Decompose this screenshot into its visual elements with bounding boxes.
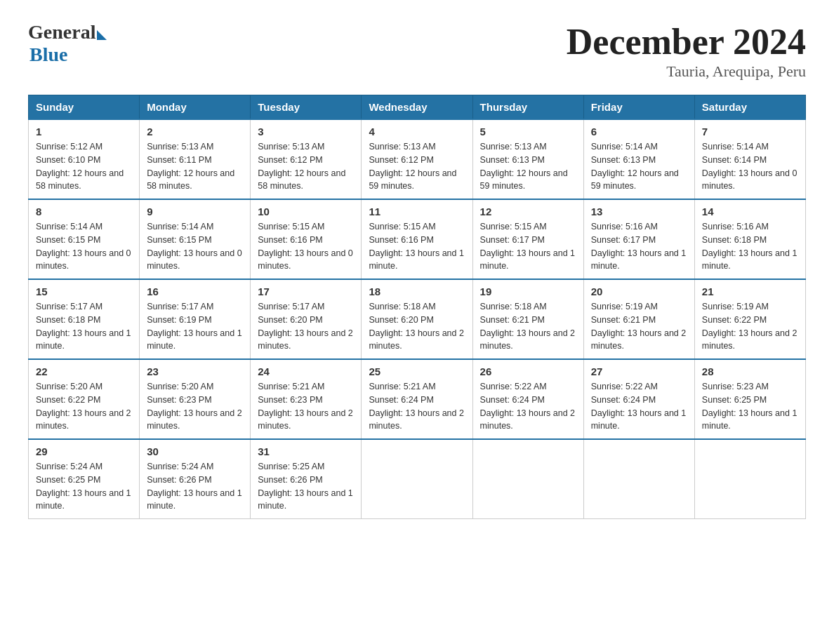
sunrise-label: Sunrise: 5:14 AM <box>702 142 769 152</box>
day-number: 8 <box>36 206 132 217</box>
day-number: 20 <box>591 286 687 297</box>
calendar-header: SundayMondayTuesdayWednesdayThursdayFrid… <box>29 95 806 120</box>
calendar-cell: 19 Sunrise: 5:18 AM Sunset: 6:21 PM Dayl… <box>472 279 583 359</box>
sunrise-label: Sunrise: 5:14 AM <box>591 142 658 152</box>
daylight-label: Daylight: 13 hours and 2 minutes. <box>480 328 576 351</box>
day-number: 24 <box>258 365 354 377</box>
day-info: Sunrise: 5:14 AM Sunset: 6:14 PM Dayligh… <box>702 140 798 193</box>
calendar-week-4: 22 Sunrise: 5:20 AM Sunset: 6:22 PM Dayl… <box>29 359 806 439</box>
day-number: 9 <box>147 206 243 217</box>
sunrise-label: Sunrise: 5:19 AM <box>591 302 658 311</box>
sunrise-label: Sunrise: 5:16 AM <box>591 222 658 232</box>
calendar-cell: 1 Sunrise: 5:12 AM Sunset: 6:10 PM Dayli… <box>29 119 140 199</box>
sunset-label: Sunset: 6:25 PM <box>36 475 100 485</box>
calendar-cell: 26 Sunrise: 5:22 AM Sunset: 6:24 PM Dayl… <box>472 359 583 439</box>
daylight-label: Daylight: 12 hours and 58 minutes. <box>147 168 234 192</box>
calendar-week-2: 8 Sunrise: 5:14 AM Sunset: 6:15 PM Dayli… <box>29 199 806 279</box>
day-number: 26 <box>480 365 576 377</box>
column-header-tuesday: Tuesday <box>251 95 362 120</box>
day-info: Sunrise: 5:15 AM Sunset: 6:16 PM Dayligh… <box>258 220 354 273</box>
day-number: 3 <box>258 126 354 137</box>
sunset-label: Sunset: 6:20 PM <box>369 315 433 325</box>
sunset-label: Sunset: 6:19 PM <box>147 315 211 325</box>
calendar-cell: 14 Sunrise: 5:16 AM Sunset: 6:18 PM Dayl… <box>694 199 805 279</box>
daylight-label: Daylight: 12 hours and 59 minutes. <box>369 168 456 192</box>
day-info: Sunrise: 5:25 AM Sunset: 6:26 PM Dayligh… <box>258 460 354 513</box>
day-info: Sunrise: 5:14 AM Sunset: 6:15 PM Dayligh… <box>147 220 243 273</box>
page-header: General Blue December 2024 Tauria, Arequ… <box>28 21 806 81</box>
sunset-label: Sunset: 6:22 PM <box>702 315 767 325</box>
calendar-cell: 6 Sunrise: 5:14 AM Sunset: 6:13 PM Dayli… <box>583 119 694 199</box>
day-number: 13 <box>591 206 687 217</box>
sunset-label: Sunset: 6:12 PM <box>258 155 322 165</box>
month-title: December 2024 <box>567 21 806 62</box>
daylight-label: Daylight: 13 hours and 1 minute. <box>480 248 576 271</box>
day-number: 4 <box>369 126 465 137</box>
day-info: Sunrise: 5:18 AM Sunset: 6:20 PM Dayligh… <box>369 300 465 353</box>
sunrise-label: Sunrise: 5:24 AM <box>147 462 213 471</box>
calendar-cell <box>694 439 805 519</box>
sunrise-label: Sunrise: 5:20 AM <box>36 382 102 391</box>
day-info: Sunrise: 5:23 AM Sunset: 6:25 PM Dayligh… <box>702 380 798 433</box>
calendar-cell: 5 Sunrise: 5:13 AM Sunset: 6:13 PM Dayli… <box>472 119 583 199</box>
day-info: Sunrise: 5:17 AM Sunset: 6:19 PM Dayligh… <box>147 300 243 353</box>
calendar-cell: 9 Sunrise: 5:14 AM Sunset: 6:15 PM Dayli… <box>140 199 251 279</box>
sunrise-label: Sunrise: 5:14 AM <box>36 222 102 232</box>
sunset-label: Sunset: 6:26 PM <box>147 475 211 485</box>
sunset-label: Sunset: 6:25 PM <box>702 395 767 405</box>
daylight-label: Daylight: 13 hours and 2 minutes. <box>702 328 797 351</box>
day-info: Sunrise: 5:14 AM Sunset: 6:13 PM Dayligh… <box>591 140 687 193</box>
daylight-label: Daylight: 13 hours and 0 minutes. <box>36 248 131 271</box>
daylight-label: Daylight: 13 hours and 2 minutes. <box>369 328 464 351</box>
day-info: Sunrise: 5:22 AM Sunset: 6:24 PM Dayligh… <box>480 380 576 433</box>
sunrise-label: Sunrise: 5:15 AM <box>480 222 547 232</box>
day-info: Sunrise: 5:24 AM Sunset: 6:26 PM Dayligh… <box>147 460 243 513</box>
sunset-label: Sunset: 6:26 PM <box>258 475 322 485</box>
day-number: 15 <box>36 286 132 297</box>
sunset-label: Sunset: 6:15 PM <box>147 235 211 245</box>
day-info: Sunrise: 5:15 AM Sunset: 6:16 PM Dayligh… <box>369 220 465 273</box>
calendar-cell: 17 Sunrise: 5:17 AM Sunset: 6:20 PM Dayl… <box>251 279 362 359</box>
sunset-label: Sunset: 6:17 PM <box>591 235 656 245</box>
calendar-cell <box>362 439 472 519</box>
daylight-label: Daylight: 13 hours and 2 minutes. <box>258 328 353 351</box>
calendar-cell: 22 Sunrise: 5:20 AM Sunset: 6:22 PM Dayl… <box>29 359 140 439</box>
calendar-cell: 27 Sunrise: 5:22 AM Sunset: 6:24 PM Dayl… <box>583 359 694 439</box>
daylight-label: Daylight: 13 hours and 2 minutes. <box>591 328 687 351</box>
day-number: 27 <box>591 365 687 377</box>
calendar-week-3: 15 Sunrise: 5:17 AM Sunset: 6:18 PM Dayl… <box>29 279 806 359</box>
daylight-label: Daylight: 13 hours and 1 minute. <box>147 328 242 351</box>
daylight-label: Daylight: 13 hours and 2 minutes. <box>369 408 464 431</box>
sunrise-label: Sunrise: 5:21 AM <box>369 382 435 391</box>
day-number: 7 <box>702 126 798 137</box>
sunrise-label: Sunrise: 5:12 AM <box>36 142 102 152</box>
sunset-label: Sunset: 6:13 PM <box>591 155 656 165</box>
calendar-cell: 29 Sunrise: 5:24 AM Sunset: 6:25 PM Dayl… <box>29 439 140 519</box>
day-info: Sunrise: 5:16 AM Sunset: 6:18 PM Dayligh… <box>702 220 798 273</box>
column-header-thursday: Thursday <box>472 95 583 120</box>
sunrise-label: Sunrise: 5:25 AM <box>258 462 324 471</box>
daylight-label: Daylight: 13 hours and 1 minute. <box>591 248 687 271</box>
daylight-label: Daylight: 13 hours and 1 minute. <box>258 488 353 511</box>
daylight-label: Daylight: 13 hours and 0 minutes. <box>147 248 242 271</box>
sunrise-label: Sunrise: 5:24 AM <box>36 462 102 471</box>
column-header-monday: Monday <box>140 95 251 120</box>
daylight-label: Daylight: 13 hours and 2 minutes. <box>480 408 576 431</box>
day-number: 5 <box>480 126 576 137</box>
sunrise-label: Sunrise: 5:13 AM <box>369 142 435 152</box>
sunrise-label: Sunrise: 5:22 AM <box>591 382 658 391</box>
sunset-label: Sunset: 6:20 PM <box>258 315 322 325</box>
day-number: 25 <box>369 365 465 377</box>
day-number: 12 <box>480 206 576 217</box>
day-info: Sunrise: 5:18 AM Sunset: 6:21 PM Dayligh… <box>480 300 576 353</box>
daylight-label: Daylight: 13 hours and 1 minute. <box>591 408 687 431</box>
calendar-cell: 18 Sunrise: 5:18 AM Sunset: 6:20 PM Dayl… <box>362 279 472 359</box>
calendar-cell: 24 Sunrise: 5:21 AM Sunset: 6:23 PM Dayl… <box>251 359 362 439</box>
logo-arrow-icon <box>97 30 107 40</box>
calendar-cell: 4 Sunrise: 5:13 AM Sunset: 6:12 PM Dayli… <box>362 119 472 199</box>
sunrise-label: Sunrise: 5:20 AM <box>147 382 213 391</box>
sunset-label: Sunset: 6:11 PM <box>147 155 211 165</box>
sunrise-label: Sunrise: 5:23 AM <box>702 382 769 391</box>
sunrise-label: Sunrise: 5:15 AM <box>258 222 324 232</box>
day-info: Sunrise: 5:24 AM Sunset: 6:25 PM Dayligh… <box>36 460 132 513</box>
